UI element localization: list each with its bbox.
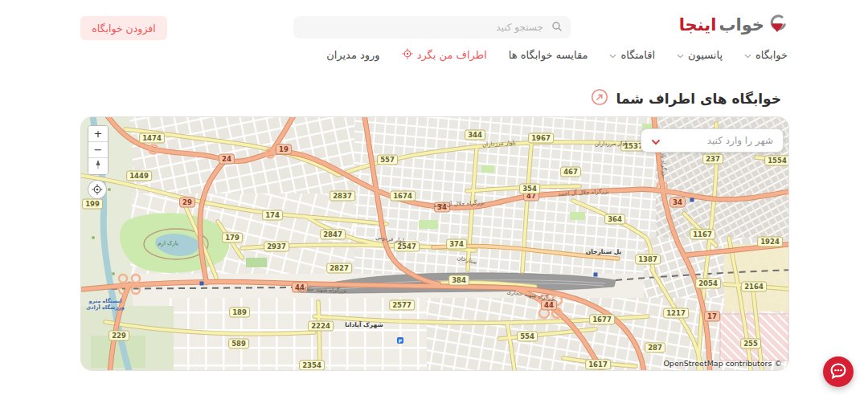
nav-item-pension[interactable]: پانسیون [677, 49, 723, 61]
nav-item-compare-dorms[interactable]: مقایسه خوابگاه ها [509, 49, 588, 61]
route-shield: 287 [645, 343, 665, 353]
route-shield: 344 [465, 130, 485, 140]
street-label: ستارخان [457, 255, 477, 266]
route-shield: 354 [519, 184, 540, 194]
route-shield: 384 [448, 275, 469, 286]
route-shield: 589 [228, 339, 249, 349]
nav-item-label: اقامتگاه [620, 49, 655, 61]
route-shield: 2054 [695, 279, 721, 289]
search-box[interactable] [293, 16, 571, 39]
route-shield: 17 [704, 312, 720, 322]
route-shield: 1167 [690, 230, 715, 240]
route-shield: 2837 [330, 191, 355, 202]
route-shield: 2224 [308, 321, 334, 332]
route-shield: 1449 [126, 171, 152, 181]
route-shield: 34 [669, 198, 686, 208]
search-icon [551, 20, 563, 35]
map-container: 1474241934419671537237155414495574672837… [80, 116, 789, 371]
street-label: بزرگراه جلال آل احمد [558, 188, 609, 197]
city-select[interactable]: شهر را وارد کنید [641, 128, 784, 153]
chevron-down-icon [744, 49, 751, 61]
route-shield: 1674 [390, 191, 416, 202]
route-shield: 179 [222, 233, 243, 243]
nav-item-label: مقایسه خوابگاه ها [509, 49, 588, 61]
main-nav: خوابگاه پانسیون اقامتگاه مقایسه خوابگاه … [326, 48, 788, 62]
nav-item-dorm[interactable]: خوابگاه [744, 49, 788, 61]
route-shield: 1924 [757, 237, 783, 247]
street-label: بزرگراه جلال آل احمد [433, 199, 485, 208]
route-shield: 1967 [528, 133, 554, 144]
route-shield: 557 [377, 155, 398, 165]
route-shield: 19 [276, 145, 292, 155]
logo[interactable]: خواباینجا [679, 13, 788, 37]
chevron-down-icon [677, 49, 684, 61]
route-shield: 364 [604, 214, 625, 225]
route-shield: 237 [702, 154, 723, 165]
metro-icon [594, 273, 598, 277]
route-shield: 229 [108, 331, 129, 341]
route-shield: 1474 [139, 133, 165, 144]
target-icon [402, 48, 413, 62]
route-shield: 1554 [764, 156, 789, 166]
route-shield: 2354 [299, 360, 325, 371]
route-shield: 24 [219, 154, 235, 165]
street-label: ایستگاه مترو ورزشگاه آزادی [83, 298, 128, 312]
compass-button[interactable] [88, 158, 108, 174]
nav-item-label: خوابگاه [755, 49, 788, 61]
chat-bubble-icon [829, 361, 848, 383]
route-shield: 1617 [585, 360, 611, 370]
route-shield: 1217 [663, 308, 689, 319]
street-label: بزرگراه شهید حجازی [506, 289, 556, 302]
add-dorm-button[interactable]: افزودن خوابگاه [80, 16, 167, 40]
zoom-out-button[interactable]: − [88, 142, 108, 158]
route-shield: 2827 [326, 263, 352, 274]
route-shield: 2577 [389, 300, 415, 311]
section-header: خوابگاه های اطراف شما [591, 88, 781, 109]
page: خواباینجا افزودن خوابگاه خوابگاه پانسیون… [0, 0, 868, 395]
route-shield: 199 [82, 199, 103, 210]
search-input[interactable] [301, 21, 545, 34]
nav-item-label: پانسیون [688, 49, 723, 61]
page-title: خوابگاه های اطراف شما [616, 91, 781, 107]
nav-item-managers-login[interactable]: ورود مدیران [326, 49, 380, 61]
metro-icon [200, 282, 204, 286]
route-shield: 29 [179, 198, 195, 208]
locate-me-button[interactable] [88, 180, 107, 199]
route-shield: 1677 [589, 315, 615, 325]
map-overlays: 1474241934419671537237155414495574672837… [81, 117, 788, 370]
street-label: بلوار مرزداران [482, 140, 516, 149]
route-shield: 2937 [264, 242, 289, 252]
route-shield: 1387 [635, 255, 661, 265]
logo-word-red: اینجا [679, 15, 717, 35]
chevron-down-icon [651, 133, 661, 149]
chevron-down-icon [609, 49, 616, 61]
map-zoom-panel: + − [88, 125, 108, 175]
nav-item-label: ورود مدیران [326, 49, 380, 61]
route-shield: 174 [262, 210, 283, 221]
nav-item-search-around-me[interactable]: اطراف من بگرد [402, 48, 487, 62]
street-label: بلوار فردوس [375, 234, 406, 244]
street-label: پارک ارم [158, 240, 178, 246]
zoom-in-button[interactable]: + [88, 126, 108, 142]
city-select-placeholder: شهر را وارد کنید [707, 135, 773, 146]
route-shield: 2847 [320, 230, 346, 240]
parking-icon: P [397, 337, 403, 344]
map-attribution[interactable]: © OpenStreetMap contributors [663, 359, 782, 368]
route-shield: 2164 [741, 282, 767, 292]
route-shield: 374 [446, 239, 467, 250]
nav-item-accommodation[interactable]: اقامتگاه [609, 49, 655, 61]
logo-word-gray: خواب [719, 15, 764, 35]
street-label: بلوار مرزداران [595, 140, 628, 147]
street-label: شهرک آپادانا [345, 321, 383, 328]
metro-icon [690, 198, 694, 202]
street-label: بزرگراه شهید حجازی [297, 286, 346, 294]
location-pin-icon [767, 13, 788, 37]
route-shield: 255 [740, 339, 761, 349]
route-shield: 467 [560, 167, 581, 177]
send-arrow-icon [591, 88, 608, 109]
route-shield: 189 [229, 307, 250, 318]
street-label: پل ستارخان [586, 248, 621, 255]
nav-item-label: اطراف من بگرد [417, 49, 487, 61]
chat-widget-button[interactable] [823, 356, 854, 387]
route-shield: 554 [517, 332, 538, 342]
